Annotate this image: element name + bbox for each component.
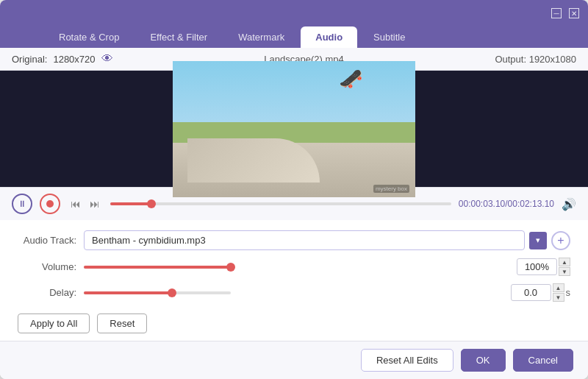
video-background: 🛹 mystery box	[173, 61, 415, 197]
time-total: 00:02:13.10	[508, 199, 554, 209]
seek-thumb	[147, 199, 156, 208]
audio-track-row: Audio Track: Bentham - cymbidium.mp3 ▾ +	[18, 230, 570, 250]
volume-row: Volume: 100% ▲ ▼	[18, 258, 570, 276]
eye-icon[interactable]: 👁	[101, 52, 113, 65]
cancel-button[interactable]: Cancel	[513, 349, 573, 372]
tab-watermark[interactable]: Watermark	[223, 26, 299, 48]
reset-all-edits-button[interactable]: Reset All Edits	[361, 349, 453, 372]
output-resolution: 1920x1080	[529, 54, 576, 65]
audio-track-select[interactable]: Bentham - cymbidium.mp3	[84, 230, 525, 250]
volume-spinner: ▲ ▼	[559, 258, 570, 276]
track-select-wrapper: Bentham - cymbidium.mp3 ▾ +	[84, 230, 570, 250]
video-watermark: mystery box	[373, 185, 409, 193]
add-track-button[interactable]: +	[551, 231, 570, 250]
delay-value: 0.0	[511, 284, 551, 301]
audio-track-label: Audio Track:	[18, 235, 76, 246]
pause-icon: ⏸	[18, 199, 26, 209]
video-area: 🛹 mystery box	[0, 71, 588, 187]
volume-fill	[84, 266, 231, 269]
footer: Reset All Edits OK Cancel	[0, 341, 588, 379]
main-window: ─ ✕ Rotate & Crop Effect & Filter Waterm…	[0, 0, 588, 379]
volume-thumb	[226, 263, 235, 272]
seek-bar[interactable]	[110, 202, 451, 205]
delay-slider[interactable]	[84, 291, 231, 294]
volume-up-button[interactable]: ▲	[559, 258, 570, 266]
chevron-down-icon: ▾	[536, 235, 540, 245]
title-bar: ─ ✕	[0, 0, 588, 26]
time-current: 00:00:03.10	[459, 199, 505, 209]
video-preview: 🛹 mystery box	[173, 61, 415, 197]
original-label: Original:	[12, 54, 47, 65]
tab-bar: Rotate & Crop Effect & Filter Watermark …	[0, 26, 588, 48]
delay-unit: s	[566, 287, 571, 298]
delay-label: Delay:	[18, 287, 76, 298]
pause-button[interactable]: ⏸	[12, 194, 32, 214]
delay-thumb	[168, 288, 176, 297]
nav-buttons: ⏮ ⏭	[68, 196, 103, 211]
skip-back-button[interactable]: ⏮	[68, 196, 84, 211]
delay-row: Delay: 0.0 ▲ ▼ s	[18, 283, 570, 302]
action-row: Apply to All Reset	[0, 309, 588, 341]
volume-icon[interactable]: 🔊	[562, 197, 576, 211]
delay-spinner: ▲ ▼	[553, 283, 564, 302]
original-resolution: 1280x720	[53, 54, 95, 65]
reset-button[interactable]: Reset	[97, 314, 147, 333]
ok-button[interactable]: OK	[461, 349, 506, 372]
delay-fill	[84, 291, 172, 294]
apply-to-all-button[interactable]: Apply to All	[18, 314, 90, 333]
delay-up-button[interactable]: ▲	[553, 283, 564, 292]
record-button[interactable]	[40, 194, 60, 214]
audio-controls: Audio Track: Bentham - cymbidium.mp3 ▾ +…	[0, 220, 588, 309]
close-button[interactable]: ✕	[569, 8, 579, 18]
tab-effect[interactable]: Effect & Filter	[135, 26, 222, 48]
add-icon: +	[557, 234, 564, 247]
skip-forward-button[interactable]: ⏭	[87, 196, 103, 211]
tab-rotate[interactable]: Rotate & Crop	[44, 26, 134, 48]
volume-slider[interactable]	[84, 266, 231, 269]
delay-value-wrapper: 0.0 ▲ ▼ s	[511, 283, 571, 302]
volume-slider-wrapper	[84, 266, 509, 269]
tab-audio[interactable]: Audio	[301, 26, 357, 48]
delay-slider-wrapper	[84, 291, 503, 294]
track-dropdown-arrow[interactable]: ▾	[529, 232, 547, 249]
tab-subtitle[interactable]: Subtitle	[359, 26, 420, 48]
volume-value-wrapper: 100% ▲ ▼	[517, 258, 570, 276]
delay-down-button[interactable]: ▼	[553, 293, 564, 302]
volume-down-button[interactable]: ▼	[559, 267, 570, 276]
minimize-button[interactable]: ─	[551, 8, 562, 18]
record-icon	[46, 200, 54, 208]
time-display: 00:00:03.10/00:02:13.10	[459, 199, 554, 209]
volume-label: Volume:	[18, 261, 76, 272]
output-label: Output:	[495, 54, 526, 65]
seek-fill	[110, 202, 151, 205]
volume-value: 100%	[517, 258, 557, 275]
